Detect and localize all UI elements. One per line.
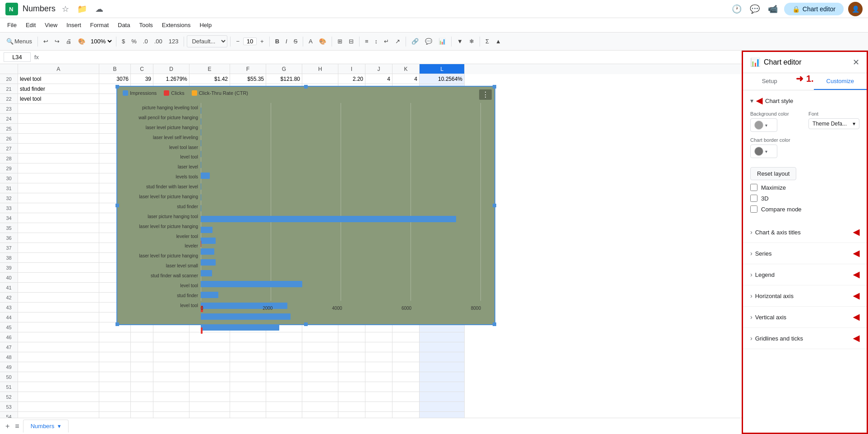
cell-f46[interactable]	[230, 332, 266, 342]
section-header[interactable]: › Gridlines and ticks ◀	[750, 333, 859, 343]
cell-c49[interactable]	[131, 362, 153, 372]
menu-help[interactable]: Help	[196, 20, 215, 30]
row-21-header[interactable]: 21	[0, 84, 18, 94]
col-header-j[interactable]: J	[365, 64, 392, 74]
cell-h54[interactable]	[302, 412, 338, 418]
compare-mode-checkbox[interactable]	[750, 205, 757, 213]
row-30-header[interactable]: 30	[0, 173, 18, 183]
cell-a38[interactable]	[18, 253, 99, 263]
cell-g49[interactable]	[266, 362, 302, 372]
cell-b53[interactable]	[99, 402, 131, 412]
section-horizontal-axis[interactable]: › Horizontal axis ◀	[743, 285, 867, 307]
cell-l46[interactable]	[420, 332, 465, 342]
link-button[interactable]: 🔗	[409, 36, 421, 47]
font-select[interactable]: Default...	[187, 35, 227, 47]
freeze-button[interactable]: ❄	[466, 36, 477, 47]
cell-e54[interactable]	[189, 412, 230, 418]
cell-a23[interactable]	[18, 104, 99, 114]
cell-c54[interactable]	[131, 412, 153, 418]
cell-g47[interactable]	[266, 342, 302, 352]
cell-g53[interactable]	[266, 402, 302, 412]
row-45-header[interactable]: 45	[0, 322, 18, 332]
cell-a27[interactable]	[18, 144, 99, 154]
cell-a32[interactable]	[18, 193, 99, 203]
cell-c50[interactable]	[131, 372, 153, 382]
col-header-e[interactable]: E	[189, 64, 230, 74]
row-52-header[interactable]: 52	[0, 392, 18, 402]
cell-l20[interactable]: 10.2564%	[420, 74, 465, 84]
cell-c20[interactable]: 39	[131, 74, 153, 84]
cell-e47[interactable]	[189, 342, 230, 352]
cell-a28[interactable]	[18, 154, 99, 163]
cell-k51[interactable]	[392, 382, 420, 392]
col-header-l[interactable]: L	[420, 64, 465, 74]
row-34-header[interactable]: 34	[0, 213, 18, 223]
zoom-select[interactable]: 100%	[89, 37, 113, 45]
bold-button[interactable]: B	[272, 36, 282, 47]
cell-j53[interactable]	[365, 402, 392, 412]
undo-button[interactable]: ↩	[41, 36, 51, 47]
row-46-header[interactable]: 46	[0, 332, 18, 342]
cell-c48[interactable]	[131, 352, 153, 362]
cell-c47[interactable]	[131, 342, 153, 352]
paint-format-button[interactable]: 🎨	[75, 36, 88, 47]
cell-e50[interactable]	[189, 372, 230, 382]
percent-button[interactable]: %	[129, 36, 139, 47]
row-47-header[interactable]: 47	[0, 342, 18, 352]
row-37-header[interactable]: 37	[0, 243, 18, 253]
cell-i53[interactable]	[338, 402, 365, 412]
cell-a54[interactable]	[18, 412, 99, 418]
filter-button[interactable]: ▼	[454, 36, 466, 47]
cell-i50[interactable]	[338, 372, 365, 382]
cell-l48[interactable]	[420, 352, 465, 362]
row-31-header[interactable]: 31	[0, 183, 18, 193]
cell-f50[interactable]	[230, 372, 266, 382]
cell-c52[interactable]	[131, 392, 153, 402]
cell-k52[interactable]	[392, 392, 420, 402]
row-22-header[interactable]: 22	[0, 94, 18, 104]
cell-e53[interactable]	[189, 402, 230, 412]
cell-l53[interactable]	[420, 402, 465, 412]
cell-k48[interactable]	[392, 352, 420, 362]
sheet-list-button[interactable]: ≡	[13, 420, 21, 432]
cell-a24[interactable]	[18, 114, 99, 124]
text-color-button[interactable]: A	[306, 36, 315, 47]
section-chart--axis-titles[interactable]: › Chart & axis titles ◀	[743, 222, 867, 243]
row-54-header[interactable]: 54	[0, 412, 18, 418]
sheet-tab-numbers[interactable]: Numbers ▾	[23, 420, 69, 433]
cell-a31[interactable]	[18, 183, 99, 193]
chart-container[interactable]: ⋮ Impressions Clicks Clic	[116, 86, 495, 325]
redo-button[interactable]: ↪	[52, 36, 62, 47]
cell-h51[interactable]	[302, 382, 338, 392]
resize-handle-tm[interactable]	[304, 85, 308, 89]
menu-edit[interactable]: Edit	[22, 20, 39, 30]
cell-a26[interactable]	[18, 134, 99, 144]
menu-format[interactable]: Format	[87, 20, 112, 30]
cell-k47[interactable]	[392, 342, 420, 352]
resize-handle-tl[interactable]	[115, 85, 119, 89]
cell-b52[interactable]	[99, 392, 131, 402]
cell-c46[interactable]	[131, 332, 153, 342]
cell-a20[interactable]: level tool	[18, 74, 99, 84]
resize-handle-ml[interactable]	[115, 204, 119, 207]
cell-a50[interactable]	[18, 372, 99, 382]
cell-a36[interactable]	[18, 233, 99, 243]
cell-h49[interactable]	[302, 362, 338, 372]
cell-a51[interactable]	[18, 382, 99, 392]
row-40-header[interactable]: 40	[0, 273, 18, 283]
cell-e48[interactable]	[189, 352, 230, 362]
formula-input[interactable]	[42, 54, 738, 61]
cell-h47[interactable]	[302, 342, 338, 352]
cell-f48[interactable]	[230, 352, 266, 362]
col-header-i[interactable]: I	[338, 64, 365, 74]
cell-g54[interactable]	[266, 412, 302, 418]
row-28-header[interactable]: 28	[0, 154, 18, 163]
cell-a47[interactable]	[18, 342, 99, 352]
cell-e46[interactable]	[189, 332, 230, 342]
row-49-header[interactable]: 49	[0, 362, 18, 372]
resize-handle-br[interactable]	[493, 322, 496, 326]
cell-i52[interactable]	[338, 392, 365, 402]
cell-b46[interactable]	[99, 332, 131, 342]
cell-b51[interactable]	[99, 382, 131, 392]
col-header-k[interactable]: K	[392, 64, 420, 74]
